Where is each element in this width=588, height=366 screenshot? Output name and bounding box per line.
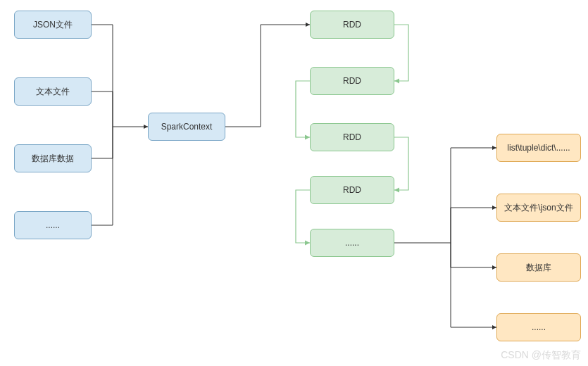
input-more-label: ...... xyxy=(46,220,60,230)
watermark-text: CSDN @传智教育 xyxy=(501,349,581,360)
output-3-label: 数据库 xyxy=(526,262,551,274)
input-text-file: 文本文件 xyxy=(14,77,92,106)
input-db-label: 数据库数据 xyxy=(32,153,74,165)
output-database: 数据库 xyxy=(496,253,581,282)
rdd-2-label: RDD xyxy=(343,76,361,86)
output-text-json-file: 文本文件\json文件 xyxy=(496,194,581,222)
output-list-tuple-dict: list\tuple\dict\...... xyxy=(496,134,581,162)
rdd-3-label: RDD xyxy=(343,132,361,142)
input-database: 数据库数据 xyxy=(14,144,92,172)
input-more: ...... xyxy=(14,211,92,239)
watermark: CSDN @传智教育 xyxy=(501,349,581,362)
output-2-label: 文本文件\json文件 xyxy=(504,202,573,214)
rdd-4-label: RDD xyxy=(343,185,361,195)
output-4-label: ...... xyxy=(532,322,546,332)
diagram-connectors xyxy=(0,0,588,366)
input-json-label: JSON文件 xyxy=(33,19,73,31)
input-json-file: JSON文件 xyxy=(14,11,92,39)
rdd-3: RDD xyxy=(310,123,394,151)
rdd-more-label: ...... xyxy=(345,238,359,248)
rdd-4: RDD xyxy=(310,176,394,204)
rdd-1-label: RDD xyxy=(343,20,361,30)
rdd-1: RDD xyxy=(310,11,394,39)
input-text-label: 文本文件 xyxy=(36,86,70,98)
spark-context: SparkContext xyxy=(148,113,225,141)
rdd-more: ...... xyxy=(310,229,394,257)
output-1-label: list\tuple\dict\...... xyxy=(507,143,570,153)
spark-context-label: SparkContext xyxy=(161,122,213,132)
rdd-2: RDD xyxy=(310,67,394,95)
output-more: ...... xyxy=(496,313,581,341)
